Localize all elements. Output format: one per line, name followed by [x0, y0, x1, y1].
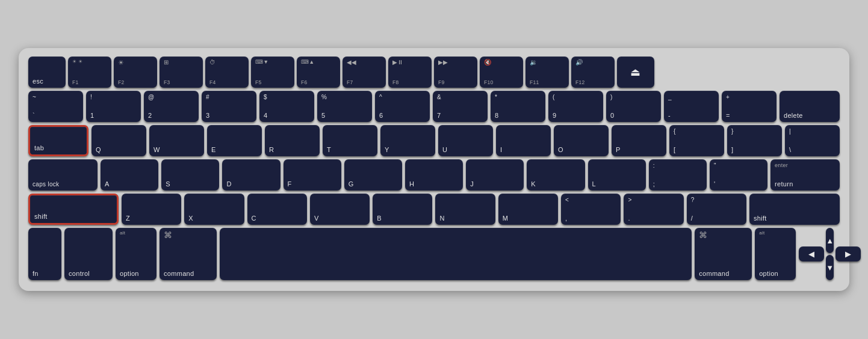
key-eject[interactable]: ⏏: [617, 56, 654, 88]
key-i[interactable]: I: [496, 125, 551, 156]
key-slash[interactable]: ? /: [687, 194, 746, 225]
key-bracket-open[interactable]: { [: [669, 125, 724, 156]
key-a[interactable]: A: [101, 159, 158, 191]
key-shift-left[interactable]: shift: [28, 194, 119, 225]
key-backtick[interactable]: ~ `: [28, 91, 83, 122]
key-9[interactable]: ( 9: [548, 91, 603, 122]
key-j[interactable]: J: [466, 159, 524, 191]
key-3[interactable]: # 3: [202, 91, 256, 122]
key-control[interactable]: control: [64, 228, 113, 280]
zxcv-row: shift Z X C V B N M < , > . ? / shift: [28, 194, 840, 225]
key-f12[interactable]: 🔊 F12: [571, 56, 615, 88]
key-g[interactable]: G: [344, 159, 402, 191]
key-f3[interactable]: ⊞ F3: [160, 56, 203, 88]
key-f5[interactable]: ⌨▼ F5: [251, 56, 294, 88]
key-d[interactable]: D: [222, 159, 280, 191]
key-equals[interactable]: + =: [722, 91, 777, 122]
key-p[interactable]: P: [612, 125, 666, 156]
key-2[interactable]: @ 2: [144, 91, 199, 122]
key-c[interactable]: C: [247, 194, 307, 225]
key-f11[interactable]: 🔉 F11: [525, 56, 569, 88]
key-f8[interactable]: ▶⏸ F8: [388, 56, 432, 88]
key-arrow-down[interactable]: ▼: [826, 255, 834, 280]
asdf-row: caps lock A S D F G H J K L : ; " ' ente…: [28, 159, 840, 191]
fn-row: esc ☀ ☀ F1 ☀ F2 ⊞ F3 ⏱ F4 ⌨▼ F5 ⌨▲ F6 ◀◀…: [28, 56, 840, 88]
key-f6[interactable]: ⌨▲ F6: [297, 56, 340, 88]
key-capslock[interactable]: caps lock: [28, 159, 98, 191]
key-f2[interactable]: ☀ F2: [114, 56, 157, 88]
key-e[interactable]: E: [207, 125, 262, 156]
key-arrow-left[interactable]: ◀: [799, 246, 824, 261]
key-4[interactable]: $ 4: [259, 91, 314, 122]
key-b[interactable]: B: [373, 194, 432, 225]
key-f9[interactable]: ▶▶ F9: [434, 56, 477, 88]
key-f10[interactable]: 🔇 F10: [480, 56, 523, 88]
key-v[interactable]: V: [310, 194, 370, 225]
key-minus[interactable]: _ -: [664, 91, 719, 122]
key-f4[interactable]: ⏱ F4: [205, 56, 249, 88]
arrow-keys: ◀ ▲ ▼ ▶: [799, 228, 840, 280]
key-alt-right[interactable]: alt option: [755, 228, 796, 280]
key-y[interactable]: Y: [380, 125, 435, 156]
key-f1[interactable]: ☀ ☀ F1: [68, 56, 111, 88]
key-arrow-up[interactable]: ▲: [826, 228, 834, 253]
key-5[interactable]: % 5: [317, 91, 372, 122]
key-arrow-right[interactable]: ▶: [835, 246, 861, 261]
key-q[interactable]: Q: [91, 125, 146, 156]
bottom-row: fn control alt option ⌘ command ⌘ comman…: [28, 228, 840, 280]
key-delete[interactable]: delete: [780, 91, 840, 122]
key-shift-right[interactable]: shift: [749, 194, 840, 225]
key-o[interactable]: O: [554, 125, 609, 156]
key-quote[interactable]: " ': [710, 159, 767, 191]
key-8[interactable]: * 8: [491, 91, 545, 122]
key-alt-left[interactable]: alt option: [116, 228, 157, 280]
key-u[interactable]: U: [438, 125, 493, 156]
key-bracket-close[interactable]: } ]: [727, 125, 782, 156]
key-h[interactable]: H: [405, 159, 463, 191]
key-fn[interactable]: fn: [28, 228, 61, 280]
key-t[interactable]: T: [323, 125, 377, 156]
key-comma[interactable]: < ,: [561, 194, 621, 225]
key-f7[interactable]: ◀◀ F7: [343, 56, 386, 88]
number-row: ~ ` ! 1 @ 2 # 3 $ 4 % 5 ^ 6 & 7: [28, 91, 840, 122]
key-k[interactable]: K: [527, 159, 584, 191]
key-semicolon[interactable]: : ;: [649, 159, 707, 191]
key-backslash[interactable]: | \: [785, 125, 840, 156]
key-6[interactable]: ^ 6: [375, 91, 430, 122]
key-m[interactable]: M: [498, 194, 558, 225]
key-x[interactable]: X: [184, 194, 244, 225]
key-1[interactable]: ! 1: [86, 91, 141, 122]
key-enter[interactable]: enter return: [770, 159, 840, 191]
arrow-up-down: ▲ ▼: [826, 228, 834, 280]
qwerty-row: tab Q W E R T Y U I O P { [ } ] | \: [28, 125, 840, 156]
keyboard: esc ☀ ☀ F1 ☀ F2 ⊞ F3 ⏱ F4 ⌨▼ F5 ⌨▲ F6 ◀◀…: [19, 48, 849, 291]
key-n[interactable]: N: [435, 194, 495, 225]
key-period[interactable]: > .: [624, 194, 683, 225]
key-space[interactable]: [220, 228, 692, 280]
key-l[interactable]: L: [588, 159, 646, 191]
key-command-left[interactable]: ⌘ command: [160, 228, 217, 280]
key-command-right[interactable]: ⌘ command: [695, 228, 752, 280]
key-f[interactable]: F: [284, 159, 341, 191]
key-s[interactable]: S: [161, 159, 219, 191]
key-tab[interactable]: tab: [28, 125, 88, 156]
key-w[interactable]: W: [149, 125, 204, 156]
key-esc[interactable]: esc: [28, 56, 66, 88]
key-0[interactable]: ) 0: [606, 91, 661, 122]
key-7[interactable]: & 7: [433, 91, 488, 122]
key-z[interactable]: Z: [122, 194, 181, 225]
key-r[interactable]: R: [265, 125, 320, 156]
